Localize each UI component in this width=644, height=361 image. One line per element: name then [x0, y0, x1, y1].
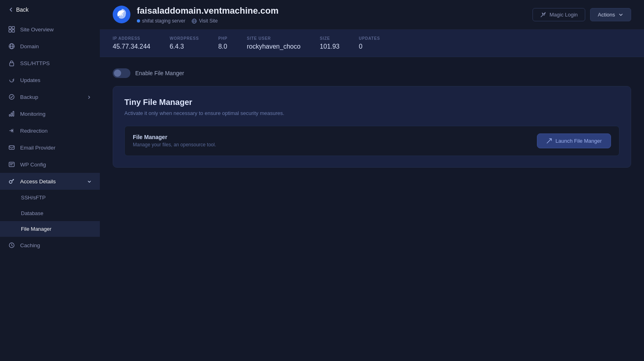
file-manager-label: File Manager — [21, 226, 52, 232]
file-manager-inner: File Manager Manage your files, an opens… — [124, 126, 619, 156]
sidebar-item-ssl[interactable]: SSL/HTTPS — [0, 55, 100, 72]
wp-logo: W — [113, 6, 130, 23]
stat-value: rockyhaven_choco — [247, 43, 300, 50]
chevron-down-icon — [618, 12, 623, 17]
sidebar-item-updates[interactable]: Updates — [0, 72, 100, 88]
stat-label: PHP — [218, 36, 227, 41]
toggle-label: Enable File Manger — [135, 70, 184, 76]
sidebar-item-email-provider[interactable]: Email Provider — [0, 139, 100, 156]
visit-site-tag[interactable]: Visit Site — [192, 18, 217, 23]
email-icon — [8, 144, 15, 151]
access-details-submenu: SSH/sFTP Database File Manager — [0, 190, 100, 237]
stat-size: SIZE 101.93 — [320, 36, 340, 50]
sidebar-subitem-database[interactable]: Database — [0, 205, 100, 221]
sidebar-item-backup[interactable]: Backup — [0, 88, 100, 105]
globe-small-icon — [192, 18, 197, 23]
magic-login-button[interactable]: Magic Login — [533, 8, 585, 21]
sidebar-item-label: Email Provider — [20, 145, 56, 151]
file-manager-card: Tiny File Manager Activate it only when … — [113, 86, 631, 168]
stat-value: 6.4.3 — [169, 43, 199, 50]
launch-icon — [546, 138, 552, 144]
file-manager-info: File Manager Manage your files, an opens… — [133, 134, 216, 148]
stat-php: PHP 8.0 — [218, 36, 227, 50]
sidebar-subitem-file-manager[interactable]: File Manager — [0, 221, 100, 237]
sidebar-item-label: Updates — [20, 77, 40, 83]
archive-icon — [8, 93, 15, 101]
sidebar-item-wp-config[interactable]: WP Config — [0, 156, 100, 173]
cache-icon — [8, 242, 15, 249]
chart-icon — [8, 110, 15, 117]
stat-label: SIZE — [320, 36, 340, 41]
svg-rect-3 — [12, 30, 14, 32]
svg-rect-2 — [9, 30, 11, 32]
stat-value: 101.93 — [320, 43, 340, 50]
sidebar: Back Site Overview Domain SSL/HTTPS — [0, 0, 100, 361]
lock-icon — [8, 59, 15, 67]
server-tag: shifat staging server — [137, 18, 185, 24]
sidebar-item-monitoring[interactable]: Monitoring — [0, 105, 100, 122]
sidebar-item-caching[interactable]: Caching — [0, 237, 100, 254]
sidebar-navigation: Site Overview Domain SSL/HTTPS Updates — [0, 19, 100, 361]
launch-file-manager-button[interactable]: Launch File Manger — [537, 133, 611, 148]
redirect-icon — [8, 127, 15, 134]
header-info: faisaladdomain.ventmachine.com shifat st… — [137, 6, 526, 24]
sidebar-item-label: Redirection — [20, 128, 47, 134]
key-icon — [8, 178, 15, 185]
svg-rect-12 — [9, 146, 14, 150]
svg-rect-13 — [9, 162, 14, 167]
back-button[interactable]: Back — [0, 0, 100, 19]
sidebar-item-label: Domain — [20, 43, 39, 49]
svg-rect-7 — [10, 63, 14, 66]
svg-rect-11 — [13, 111, 14, 116]
sidebar-item-access-details[interactable]: Access Details — [0, 173, 100, 190]
sidebar-subitem-ssh-sftp[interactable]: SSH/sFTP — [0, 190, 100, 205]
stat-value: 45.77.34.244 — [113, 43, 150, 50]
globe-icon — [8, 43, 15, 50]
grid-icon — [8, 26, 15, 33]
sidebar-item-domain[interactable]: Domain — [0, 38, 100, 55]
fm-inner-desc: Manage your files, an opensource tool. — [133, 142, 216, 148]
svg-rect-10 — [11, 113, 12, 116]
svg-rect-0 — [9, 27, 11, 29]
svg-rect-9 — [9, 115, 10, 116]
fm-inner-title: File Manager — [133, 134, 216, 140]
stat-label: SITE USER — [247, 36, 300, 41]
sidebar-item-label: SSL/HTTPS — [20, 60, 50, 66]
enable-file-manager-toggle[interactable] — [113, 68, 130, 78]
enable-toggle-row: Enable File Manger — [113, 68, 631, 78]
card-title: Tiny File Manager — [124, 98, 619, 107]
sidebar-item-label: Monitoring — [20, 111, 45, 117]
toggle-knob — [114, 70, 121, 77]
svg-text:W: W — [119, 12, 124, 17]
stat-updates: UPDATES 0 — [359, 36, 380, 50]
sidebar-item-label: Access Details — [20, 178, 56, 185]
sidebar-item-label: WP Config — [20, 162, 46, 168]
sidebar-item-label: Site Overview — [20, 27, 54, 33]
stat-label: UPDATES — [359, 36, 380, 41]
sidebar-item-label: Caching — [20, 242, 40, 248]
sidebar-item-site-overview[interactable]: Site Overview — [0, 21, 100, 38]
actions-button[interactable]: Actions — [590, 8, 631, 21]
stat-value: 8.0 — [218, 43, 227, 50]
svg-rect-1 — [12, 27, 14, 29]
main-content: W faisaladdomain.ventmachine.com shifat … — [100, 0, 644, 361]
site-title: faisaladdomain.ventmachine.com — [137, 6, 526, 16]
sidebar-item-label: Backup — [20, 94, 38, 100]
stat-value: 0 — [359, 43, 380, 50]
database-label: Database — [21, 210, 43, 216]
card-description: Activate it only when necessary to ensur… — [124, 110, 619, 116]
ssh-sftp-label: SSH/sFTP — [21, 195, 45, 201]
header-actions: Magic Login Actions — [533, 8, 631, 21]
sidebar-item-redirection[interactable]: Redirection — [0, 122, 100, 139]
chevron-left-icon — [8, 7, 14, 12]
svg-point-16 — [9, 180, 12, 183]
magic-login-icon — [540, 12, 546, 18]
stat-label: WORDPRESS — [169, 36, 199, 41]
config-icon — [8, 161, 15, 168]
refresh-icon — [8, 76, 15, 84]
stat-ip-address: IP ADDRESS 45.77.34.244 — [113, 36, 150, 50]
chevron-right-icon — [87, 94, 92, 100]
page-content: Enable File Manger Tiny File Manager Act… — [100, 57, 644, 361]
back-label: Back — [16, 6, 29, 13]
stat-site-user: SITE USER rockyhaven_choco — [247, 36, 300, 50]
